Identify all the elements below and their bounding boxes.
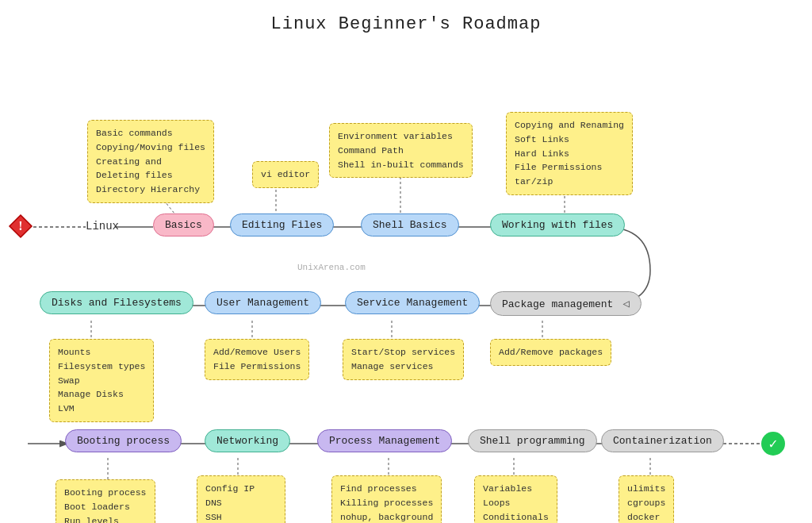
container-info-box: ulimits cgroups docker podman	[619, 475, 674, 523]
disks-node[interactable]: Disks and Filesystems	[40, 291, 193, 314]
process-mgmt-node[interactable]: Process Management	[317, 429, 452, 452]
service-mgmt-node[interactable]: Service Management	[345, 291, 480, 314]
package-mgmt-node[interactable]: Package management ◁	[490, 291, 642, 316]
basics-node[interactable]: Basics	[153, 213, 214, 237]
editing-files-node[interactable]: Editing Files	[230, 213, 334, 237]
user-info-box: Add/Remove Users File Permissions	[205, 339, 309, 380]
page-title: Linux Beginner's Roadmap	[0, 0, 812, 40]
user-mgmt-node[interactable]: User Management	[205, 291, 321, 314]
containerization-node[interactable]: Containerization	[601, 429, 724, 452]
networking-info-box: Config IP DNS SSH File Transfer Routing	[197, 475, 285, 523]
process-info-box: Find processes Killing processes nohup, …	[331, 475, 442, 523]
watermark: UnixArena.com	[297, 263, 366, 272]
working-info-box: Copying and Renaming Soft Links Hard Lin…	[506, 112, 633, 195]
networking-node[interactable]: Networking	[205, 429, 290, 452]
shell-basics-node[interactable]: Shell Basics	[361, 213, 459, 237]
package-info-box: Add/Remove packages	[490, 339, 611, 366]
shell-prog-node[interactable]: Shell programming	[468, 429, 597, 452]
svg-text:!: !	[18, 219, 22, 233]
service-info-box: Start/Stop services Manage services	[343, 339, 464, 380]
booting-node[interactable]: Booting process	[65, 429, 182, 452]
danger-icon: !	[8, 213, 33, 239]
basics-info-box: Basic commands Copying/Moving files Crea…	[87, 120, 214, 203]
working-with-files-node[interactable]: Working with files	[490, 213, 625, 237]
shell-info-box: Environment variables Command Path Shell…	[329, 123, 473, 178]
linux-label: Linux	[86, 220, 119, 233]
vi-info-box: vi editor	[252, 161, 319, 188]
booting-info-box: Booting process Boot loaders Run levels	[56, 479, 155, 523]
disks-info-box: Mounts Filesystem types Swap Manage Disk…	[49, 339, 154, 422]
check-icon: ✓	[761, 432, 785, 456]
shell-prog-info-box: Variables Loops Conditionals Debugging	[474, 475, 557, 523]
